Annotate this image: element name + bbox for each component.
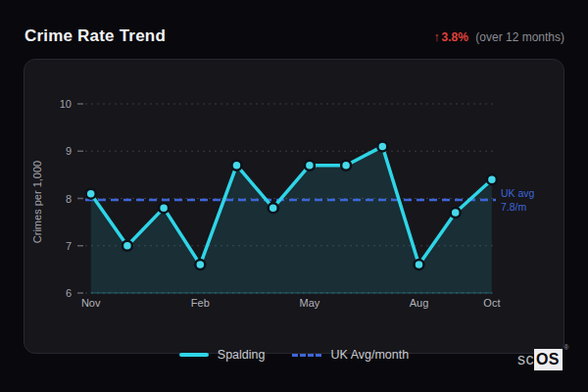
chart-legend: Spalding UK Avg/month (0, 343, 588, 367)
chart-card: 678910NovFebMayAugOctUK avg7.8/mCrimes p… (24, 59, 564, 354)
page-title: Crime Rate Trend (24, 26, 166, 46)
data-point-Dec (122, 241, 132, 251)
y-tick-label: 10 (60, 98, 72, 110)
y-tick-label: 8 (66, 193, 72, 205)
y-tick-label: 6 (66, 287, 72, 299)
uk-avg-annotation-line1: UK avg (501, 187, 535, 199)
legend-label-spalding: Spalding (218, 348, 266, 362)
data-point-Aug (415, 260, 424, 270)
x-tick-label-Feb: Feb (191, 297, 210, 309)
uk-avg-annotation-line2: 7.8/m (501, 201, 527, 213)
x-tick-label-May: May (300, 297, 320, 309)
y-axis-title: Crimes per 1,000 (31, 161, 43, 243)
data-point-Jun (341, 161, 351, 171)
legend-item-uk-avg[interactable]: UK Avg/month (292, 348, 409, 362)
data-point-Nov (86, 189, 96, 199)
line-chart: 678910NovFebMayAugOctUK avg7.8/mCrimes p… (24, 60, 564, 353)
data-point-Apr (269, 203, 278, 213)
scos-logo: scOS® (517, 349, 563, 370)
data-point-Mar (232, 161, 242, 171)
y-tick-label: 7 (66, 240, 72, 252)
x-tick-label-Oct: Oct (483, 297, 500, 309)
registered-mark-icon: ® (564, 344, 569, 351)
legend-label-uk-avg: UK Avg/month (330, 348, 409, 362)
logo-text-os: OS® (534, 349, 563, 370)
data-point-Jan (159, 203, 169, 213)
spalding-line-swatch (179, 353, 209, 357)
data-point-Feb (195, 260, 205, 270)
data-point-Sep (451, 208, 461, 218)
x-tick-label-Nov: Nov (81, 297, 101, 309)
trend-context: (over 12 months) (475, 30, 564, 44)
logo-text-sc: sc (517, 352, 534, 368)
legend-item-spalding[interactable]: Spalding (179, 348, 266, 362)
x-tick-label-Aug: Aug (410, 297, 429, 309)
y-tick-label: 9 (66, 145, 72, 157)
uk-avg-dash-swatch (292, 354, 321, 357)
data-point-Oct (487, 174, 497, 184)
trend-indicator: ↑3.8% (over 12 months) (434, 30, 564, 44)
trend-value: 3.8% (442, 30, 468, 44)
up-arrow-icon: ↑ (434, 30, 440, 44)
data-point-Jul (377, 141, 387, 151)
data-point-May (305, 161, 315, 171)
